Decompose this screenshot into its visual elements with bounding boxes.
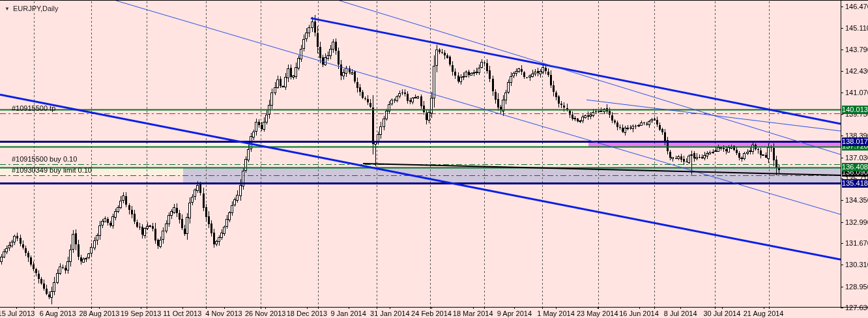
date-tick-label: 11 Oct 2013 [163, 310, 201, 317]
date-tick-label: 18 Dec 2013 [287, 310, 327, 317]
date-tick-label: 31 Jan 2014 [370, 310, 410, 317]
price-tick-label: 131.670 [845, 239, 868, 247]
price-tick-label: 137.030 [845, 154, 868, 162]
symbol-timeframe-label[interactable]: ▼EURJPY,Daily [5, 5, 58, 13]
order-buy-label[interactable]: #10915500 buy 0.10 [12, 155, 77, 163]
date-tick-label: 28 Aug 2013 [79, 310, 119, 317]
price-tick-label: 145.110 [845, 24, 868, 32]
date-tick-label: 9 Apr 2014 [497, 310, 532, 317]
symbol-label-text: EURJPY,Daily [13, 5, 59, 12]
date-tick-label: 30 Jul 2014 [703, 310, 740, 317]
price-tick-label: 132.990 [845, 218, 868, 226]
price-tick-label: 134.350 [845, 196, 868, 204]
price-tick-label: 142.430 [845, 67, 868, 75]
date-tick-label: 1 May 2014 [537, 310, 574, 317]
order-buy-limit-label[interactable]: #10930349 buy limit 0.10 [12, 166, 92, 174]
price-level-box: 138.017 [842, 137, 868, 146]
date-tick-label: 4 Nov 2013 [205, 310, 242, 317]
date-tick-label: 24 Feb 2014 [411, 310, 452, 317]
price-chart-canvas[interactable] [0, 1, 868, 318]
price-tick-label: 128.950 [845, 283, 868, 291]
price-level-box: 136.408 [842, 163, 868, 171]
date-tick-label: 26 Nov 2013 [245, 310, 285, 317]
price-tick-label: 127.630 [845, 304, 868, 311]
date-tick-label: 6 Aug 2013 [40, 310, 76, 317]
date-tick-label: 23 May 2014 [577, 310, 618, 317]
price-level-box: 135.418 [842, 179, 868, 188]
order-tp-label[interactable]: #10915500 tp [12, 104, 55, 112]
date-tick-label: 21 Aug 2014 [744, 310, 784, 317]
price-tick-label: 130.310 [845, 261, 868, 268]
price-tick-label: 146.470 [845, 3, 868, 10]
date-tick-label: 19 Sep 2013 [121, 310, 161, 317]
price-level-box: 140.013 [842, 106, 868, 114]
price-tick-label: 143.790 [845, 46, 868, 53]
date-tick-label: 16 Jun 2014 [619, 310, 659, 317]
mt4-chart-window: ▼EURJPY,Daily #10915500 tp #10915500 buy… [0, 0, 868, 318]
chevron-down-icon: ▼ [5, 6, 10, 12]
date-tick-label: 9 Jan 2014 [330, 310, 366, 317]
date-tick-label: 18 Mar 2014 [453, 310, 493, 317]
date-tick-label: 8 Jul 2014 [664, 310, 697, 317]
price-tick-label: 141.070 [845, 89, 868, 96]
date-tick-label: 15 Jul 2013 [0, 310, 35, 317]
